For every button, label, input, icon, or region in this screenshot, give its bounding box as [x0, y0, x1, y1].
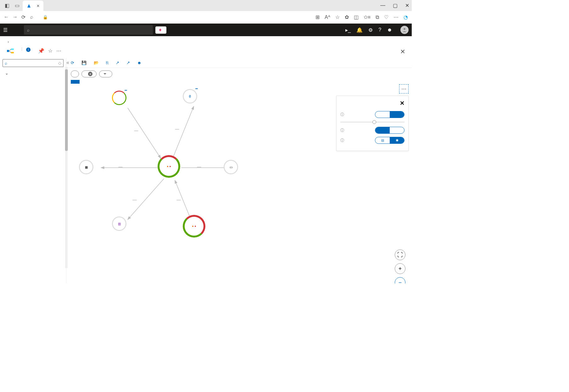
- table-icon: ▦: [85, 165, 88, 169]
- close-window-button[interactable]: ✕: [405, 3, 409, 8]
- layout-toggle[interactable]: ⊟✱: [375, 137, 404, 144]
- menu-button[interactable]: ☰: [3, 27, 8, 33]
- blob-icon: ▭: [230, 165, 232, 169]
- sidebar-group-investigate[interactable]: ⌄: [3, 69, 64, 77]
- add-filter-button[interactable]: ⫧: [99, 70, 112, 77]
- avatar[interactable]: [400, 26, 409, 34]
- node-table[interactable]: ▦: [79, 160, 93, 176]
- edge-fab-table: [118, 165, 123, 168]
- copy-link-button[interactable]: ⎘: [106, 60, 110, 65]
- info-icon[interactable]: ⓘ: [340, 138, 344, 143]
- time-range-filter[interactable]: [71, 70, 79, 77]
- maximize-button[interactable]: ▢: [393, 3, 398, 8]
- refresh-button[interactable]: ⟳: [21, 14, 28, 20]
- azure-header: ☰ ⌕ ✦ ▸_ 🔔 ⚙ ? ☻: [0, 24, 412, 36]
- badge: [125, 90, 127, 91]
- edge-fab-queue: [132, 198, 137, 201]
- edge-avail-fab: [134, 128, 138, 132]
- global-search-input[interactable]: ⌕: [24, 25, 153, 35]
- collections-icon[interactable]: ⧉: [376, 14, 379, 20]
- browser-titlebar: ◧ ▭ ✕ — ▢ ✕: [0, 0, 412, 11]
- more-icon[interactable]: ⋯: [393, 14, 399, 20]
- database-icon: 🛢: [188, 95, 192, 98]
- fit-button[interactable]: ⛶: [395, 249, 405, 260]
- save-view-button[interactable]: 💾: [81, 60, 88, 65]
- minimize-button[interactable]: —: [380, 3, 385, 8]
- hierarchy-icon: ⊟: [375, 137, 390, 143]
- forward-button[interactable]: →: [13, 14, 19, 20]
- lock-icon: 🔒: [43, 15, 48, 20]
- node-availability[interactable]: [112, 91, 126, 106]
- filter-icon: ⫧: [103, 72, 107, 76]
- search-icon: ⌕: [27, 28, 30, 32]
- zoom-out-button[interactable]: −: [395, 277, 405, 283]
- remove-filter-icon[interactable]: ✕: [88, 72, 92, 76]
- load-view-button[interactable]: 📂: [94, 60, 100, 65]
- info-icon[interactable]: ⓘ: [340, 128, 344, 132]
- more-actions-button[interactable]: ⋯: [56, 48, 61, 54]
- copilot-icon[interactable]: ◔: [404, 14, 408, 20]
- node-fabrikam[interactable]: ● ●: [158, 155, 180, 179]
- zoom-in-button[interactable]: +: [395, 263, 405, 274]
- queue-icon: ▥: [118, 222, 121, 226]
- tab-close-button[interactable]: ✕: [36, 4, 40, 8]
- map-tools-panel: ✕ ⓘ ⓘ ⓘ ⊟✱: [336, 96, 409, 151]
- edge-sql-fab: [175, 127, 179, 130]
- favorites-bar-icon[interactable]: ✩≡: [364, 14, 371, 20]
- help-icon[interactable]: ?: [378, 27, 381, 33]
- copy-icon: ⎘: [106, 60, 109, 65]
- learn-more-button[interactable]: ↗: [116, 60, 121, 65]
- pin-button[interactable]: 📌: [38, 48, 44, 54]
- troubleshooting-button[interactable]: ↗: [126, 60, 131, 65]
- node-blob[interactable]: ▭: [224, 160, 238, 176]
- health-icon[interactable]: ♡: [384, 14, 388, 20]
- svg-rect-1: [7, 50, 9, 52]
- notifications-icon[interactable]: 🔔: [356, 27, 363, 33]
- directory-info: i: [26, 47, 32, 52]
- svg-line-6: [173, 106, 194, 157]
- favorite-button[interactable]: ☆: [48, 48, 53, 54]
- favorite-icon[interactable]: ☆: [335, 14, 340, 20]
- address-bar[interactable]: 🔒: [39, 14, 313, 21]
- settings-icon[interactable]: ⚙: [368, 27, 373, 33]
- workspaces-icon[interactable]: ◧: [3, 1, 11, 10]
- browser-tab[interactable]: ✕: [23, 1, 43, 11]
- feedback-button[interactable]: ☻: [137, 60, 143, 65]
- info-icon: i: [26, 48, 31, 52]
- refresh-icon: ⟳: [71, 60, 74, 65]
- refresh-button[interactable]: ⟳: [71, 60, 76, 65]
- search-icon: ⌕: [5, 61, 7, 65]
- node-sql[interactable]: 🛢: [183, 89, 197, 105]
- chevron-down-icon: ⌄: [5, 71, 8, 76]
- svg-point-0: [404, 28, 405, 30]
- filter-bar: ✕ ⫧: [66, 68, 412, 80]
- exclude-4xx-toggle[interactable]: [375, 127, 404, 134]
- back-button[interactable]: ←: [4, 14, 10, 20]
- feedback-icon[interactable]: ☻: [387, 27, 392, 33]
- tab-actions-icon[interactable]: ▭: [13, 1, 21, 10]
- svg-rect-3: [11, 52, 14, 53]
- edge-fab-java: [176, 198, 181, 201]
- update-map-button[interactable]: [71, 80, 80, 84]
- search-button[interactable]: ⌕: [30, 14, 36, 20]
- info-icon[interactable]: ⓘ: [340, 112, 344, 117]
- connected-filter[interactable]: ✕: [81, 70, 97, 77]
- apps-icon[interactable]: ⊞: [315, 14, 320, 20]
- intelligent-view-toggle[interactable]: [375, 111, 404, 118]
- external-icon: ↗: [126, 60, 130, 65]
- cloud-shell-icon[interactable]: ▸_: [345, 27, 351, 33]
- split-icon[interactable]: ◫: [354, 14, 359, 20]
- extensions-icon[interactable]: ✿: [345, 14, 349, 20]
- app-insights-icon: [6, 47, 14, 55]
- sidebar-search-input[interactable]: ⌕ ◇: [3, 59, 64, 67]
- person-icon: ☻: [137, 60, 142, 65]
- sensitivity-slider[interactable]: [340, 122, 404, 122]
- close-map-tools-button[interactable]: ✕: [400, 100, 404, 107]
- graph-icon: ✱: [390, 137, 404, 143]
- node-queue[interactable]: ▥: [112, 216, 126, 232]
- read-aloud-icon[interactable]: Aᴬ: [325, 14, 330, 20]
- close-blade-button[interactable]: ✕: [400, 48, 405, 55]
- expand-icon: ◇: [58, 61, 61, 65]
- node-java[interactable]: ● ●: [183, 215, 205, 239]
- copilot-button[interactable]: ✦: [155, 26, 166, 34]
